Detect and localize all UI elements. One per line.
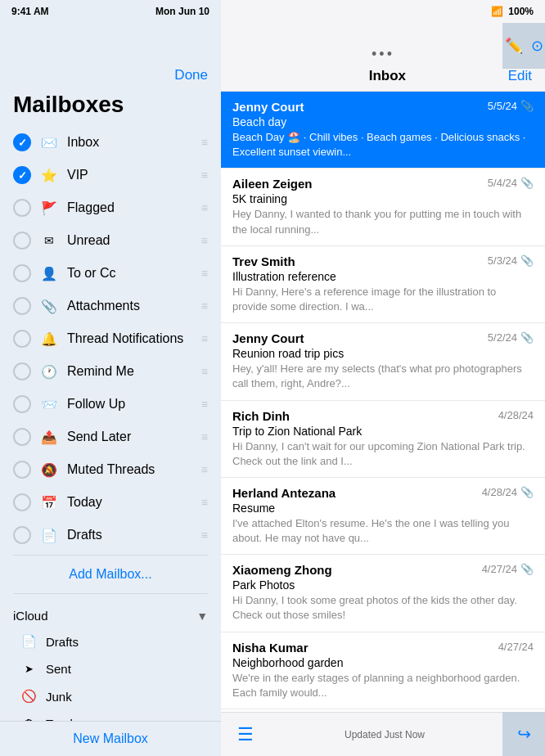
follow-up-icon: 📨 xyxy=(39,397,59,412)
mailbox-label-today: Today xyxy=(67,495,198,510)
email-sender-7: Xiaomeng Zhong xyxy=(232,563,482,577)
update-status: Updated Just Now xyxy=(345,729,425,740)
email-item-6[interactable]: Herland Antezana 4/28/24 📎 Resume I've a… xyxy=(221,478,545,555)
icloud-items: 📄 Drafts ➤ Sent 🚫 Junk 🗑 Trash 📦 A xyxy=(13,628,208,721)
mailbox-label-unread: Unread xyxy=(67,233,198,248)
email-date-7: 4/27/24 xyxy=(482,563,517,575)
email-preview-5: Hi Danny, I can't wait for our upcoming … xyxy=(232,439,534,469)
icloud-item-sent[interactable]: ➤ Sent xyxy=(16,655,208,682)
email-preview-8: We're in the early stages of planning a … xyxy=(232,671,534,700)
mailbox-check-attachments xyxy=(13,297,31,315)
mailbox-item-flagged[interactable]: 🚩 Flagged ≡ xyxy=(0,191,221,224)
status-date: Mon Jun 10 xyxy=(155,6,209,17)
overflow-icon[interactable]: ⊙ xyxy=(531,37,543,55)
mailbox-item-thread-notifications[interactable]: 🔔 Thread Notifications ≡ xyxy=(0,322,221,355)
email-date-6: 4/28/24 xyxy=(482,486,517,498)
send-later-icon: 📤 xyxy=(39,430,59,445)
mailbox-label-drafts-main: Drafts xyxy=(67,528,198,542)
more-options-dots: ••• xyxy=(372,46,394,63)
mailbox-item-to-cc[interactable]: 👤 To or Cc ≡ xyxy=(0,257,221,290)
mailbox-item-follow-up[interactable]: 📨 Follow Up ≡ xyxy=(0,388,221,421)
mailbox-item-muted-threads[interactable]: 🔕 Muted Threads ≡ xyxy=(0,453,221,486)
separator-2 xyxy=(13,593,208,594)
email-attach-2: 📎 xyxy=(520,177,534,189)
icloud-item-trash[interactable]: 🗑 Trash xyxy=(16,710,208,721)
to-cc-icon: 👤 xyxy=(39,266,59,281)
mailbox-item-inbox[interactable]: ✉️ Inbox ≡ xyxy=(0,126,221,159)
email-sender-8: Nisha Kumar xyxy=(232,641,498,655)
mailbox-label-to-cc: To or Cc xyxy=(67,266,198,281)
email-item-9[interactable]: Antonio Manriquez 4/22/24 📎 Send photos … xyxy=(221,709,545,712)
drag-handle-muted: ≡ xyxy=(201,463,208,476)
mailbox-label-inbox: Inbox xyxy=(67,135,198,150)
icloud-item-junk[interactable]: 🚫 Junk xyxy=(16,682,208,710)
mailbox-item-send-later[interactable]: 📤 Send Later ≡ xyxy=(0,421,221,453)
mailbox-item-vip[interactable]: ⭐ VIP ≡ xyxy=(0,159,221,191)
done-button[interactable]: Done xyxy=(174,67,208,83)
add-mailbox-button[interactable]: Add Mailbox... xyxy=(0,559,221,590)
drag-handle-vip: ≡ xyxy=(201,169,208,182)
email-attach-4: 📎 xyxy=(520,331,534,344)
email-attach-3: 📎 xyxy=(520,254,534,267)
email-sender-6: Herland Antezana xyxy=(232,486,482,500)
icloud-junk-icon: 🚫 xyxy=(20,689,38,704)
email-subject-4: Reunion road trip pics xyxy=(232,347,534,360)
email-item-5[interactable]: Rich Dinh 4/28/24 Trip to Zion National … xyxy=(221,401,545,478)
right-panel: 📶 100% ••• Inbox Edit Jenny Court 5/5/24… xyxy=(221,0,545,756)
email-subject-8: Neighborhood garden xyxy=(232,656,534,669)
email-attach-1: 📎 xyxy=(520,100,534,112)
mailbox-check-drafts-main xyxy=(13,526,31,544)
drafts-main-icon: 📄 xyxy=(39,528,59,543)
compose-icon[interactable]: ✏️ xyxy=(505,37,523,55)
left-panel: 9:41 AM Mon Jun 10 Done Mailboxes ✉️ Inb… xyxy=(0,0,221,756)
unread-icon: ✉ xyxy=(39,234,59,247)
email-item-8[interactable]: Nisha Kumar 4/27/24 Neighborhood garden … xyxy=(221,632,545,709)
mailbox-list: ✉️ Inbox ≡ ⭐ VIP ≡ 🚩 Flagged ≡ ✉ Unread … xyxy=(0,126,221,721)
status-time: 9:41 AM xyxy=(11,6,49,17)
reply-icon[interactable]: ↩ xyxy=(517,724,531,744)
mailbox-item-today[interactable]: 📅 Today ≡ xyxy=(0,486,221,519)
email-item-7[interactable]: Xiaomeng Zhong 4/27/24 📎 Park Photos Hi … xyxy=(221,555,545,632)
today-icon: 📅 xyxy=(39,495,59,511)
mailbox-check-to-cc xyxy=(13,264,31,282)
mailbox-item-unread[interactable]: ✉ Unread ≡ xyxy=(0,224,221,257)
mailbox-label-send-later: Send Later xyxy=(67,430,198,444)
drag-handle-inbox: ≡ xyxy=(201,136,208,149)
email-attach-6: 📎 xyxy=(520,486,534,498)
mailbox-item-drafts[interactable]: 📄 Drafts ≡ xyxy=(0,519,221,551)
filter-icon[interactable]: ☰ xyxy=(237,724,254,745)
mailbox-label-flagged: Flagged xyxy=(67,200,198,215)
email-subject-6: Resume xyxy=(232,502,534,515)
mailbox-item-remind-me[interactable]: 🕐 Remind Me ≡ xyxy=(0,355,221,388)
email-item-2[interactable]: Aileen Zeigen 5/4/24 📎 5K training Hey D… xyxy=(221,169,545,245)
email-date-8: 4/27/24 xyxy=(498,641,534,653)
email-sender-4: Jenny Court xyxy=(232,331,488,345)
icloud-header[interactable]: iCloud ▼ xyxy=(13,604,208,628)
edit-button[interactable]: Edit xyxy=(508,68,532,84)
thread-notifications-icon: 🔔 xyxy=(39,331,59,347)
email-subject-3: Illustration reference xyxy=(232,270,534,283)
mailbox-label-remind-me: Remind Me xyxy=(67,364,198,379)
mailbox-check-follow xyxy=(13,395,31,413)
email-item-4[interactable]: Jenny Court 5/2/24 📎 Reunion road trip p… xyxy=(221,323,545,400)
mailbox-check-remind xyxy=(13,362,31,380)
mailbox-label-follow-up: Follow Up xyxy=(67,397,198,412)
mailbox-label-thread-notifications: Thread Notifications xyxy=(67,331,198,346)
icloud-item-drafts[interactable]: 📄 Drafts xyxy=(16,628,208,655)
mailbox-item-attachments[interactable]: 📎 Attachments ≡ xyxy=(0,290,221,322)
new-mailbox-button[interactable]: New Mailbox xyxy=(0,721,221,756)
email-date-2: 5/4/24 xyxy=(488,177,517,189)
icloud-sent-icon: ➤ xyxy=(20,663,38,675)
drag-handle-today: ≡ xyxy=(201,496,208,509)
inbox-title: Inbox xyxy=(267,68,508,84)
email-sender-2: Aileen Zeigen xyxy=(232,177,488,191)
email-item-1[interactable]: Jenny Court 5/5/24 📎 Beach day Beach Day… xyxy=(221,92,545,169)
mailbox-check-flagged xyxy=(13,199,31,217)
email-date-4: 5/2/24 xyxy=(488,331,517,344)
inbox-icon: ✉️ xyxy=(39,135,59,151)
email-item-3[interactable]: Trev Smith 5/3/24 📎 Illustration referen… xyxy=(221,246,545,323)
email-sender-5: Rich Dinh xyxy=(232,409,498,423)
bottom-right-area: ↩ xyxy=(502,712,545,756)
email-preview-2: Hey Danny, I wanted to thank you for put… xyxy=(232,207,534,236)
email-subject-1: Beach day xyxy=(232,115,534,128)
